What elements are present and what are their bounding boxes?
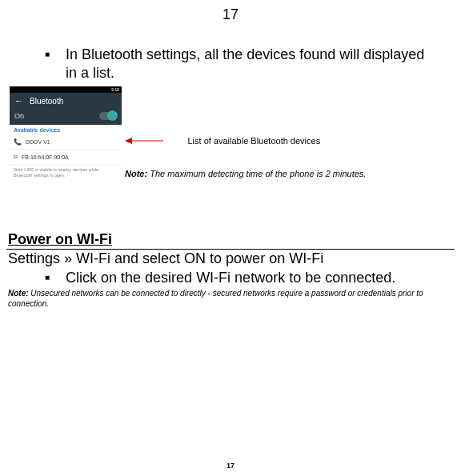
phone-device-icon: 📞 xyxy=(14,138,22,146)
settings-path: Settings » WI-Fi and select ON to power … xyxy=(8,250,455,267)
detect-note: Note: The maximum detecting time of the … xyxy=(125,169,366,178)
device-row[interactable]: ⧈ FB:16:64:0F:90:0A xyxy=(10,150,122,165)
visibility-note: Ilium L200 is visible to nearby devices … xyxy=(10,165,122,183)
bluetooth-on-row: On xyxy=(10,109,122,125)
bluetooth-bullet-text: In Bluetooth settings, all the devices f… xyxy=(66,46,434,82)
wifi-note-text: Unsecured networks can be connected to d… xyxy=(8,289,423,308)
device-name: DDOV V1 xyxy=(26,139,50,145)
annotation-row: List of available Bluetooth devices xyxy=(125,133,366,148)
bluetooth-toggle[interactable] xyxy=(99,112,117,120)
wifi-bullet: ■ Click on the desired WI-Fi network to … xyxy=(45,269,455,287)
phone-statusbar: 9:18 xyxy=(10,86,122,93)
page-content: ■ In Bluetooth settings, all the devices… xyxy=(0,46,461,309)
svg-marker-1 xyxy=(125,138,132,144)
list-available-label: List of available Bluetooth devices xyxy=(187,136,320,146)
wifi-bullet-text: Click on the desired WI-Fi network to be… xyxy=(66,269,395,287)
available-devices-label: Available devices xyxy=(10,125,122,135)
note-label: Note: xyxy=(125,169,147,178)
phone-screenshot: 9:18 ← Bluetooth On Available devices 📞 … xyxy=(10,86,122,183)
wifi-note-label: Note: xyxy=(8,289,29,298)
bullet-marker-icon: ■ xyxy=(45,273,50,287)
screenshot-area: 9:18 ← Bluetooth On Available devices 📞 … xyxy=(6,86,455,183)
page-number-top: 17 xyxy=(0,0,461,23)
device-name: FB:16:64:0F:90:0A xyxy=(22,154,69,160)
divider xyxy=(6,249,455,250)
back-arrow-icon[interactable]: ← xyxy=(14,96,23,106)
red-arrow-icon xyxy=(125,134,165,148)
bluetooth-header: ← Bluetooth xyxy=(10,93,122,109)
bluetooth-bullet: ■ In Bluetooth settings, all the devices… xyxy=(45,46,455,82)
generic-device-icon: ⧈ xyxy=(14,153,18,161)
wifi-note: Note: Unsecured networks can be connecte… xyxy=(8,288,455,309)
bullet-marker-icon: ■ xyxy=(45,50,50,82)
note-text: The maximum detecting time of the phone … xyxy=(147,169,366,178)
on-label: On xyxy=(14,112,24,120)
bluetooth-title: Bluetooth xyxy=(30,97,63,106)
device-row[interactable]: 📞 DDOV V1 xyxy=(10,135,122,150)
page-number-bottom: 17 xyxy=(0,462,461,470)
annotation-column: List of available Bluetooth devices Note… xyxy=(125,86,366,178)
wifi-heading: Power on WI-Fi xyxy=(8,231,455,248)
status-time: 9:18 xyxy=(111,87,119,92)
